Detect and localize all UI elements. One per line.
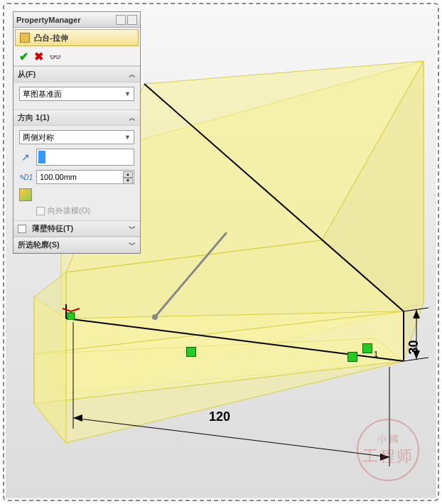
dropdown-arrow-icon: ▼	[124, 90, 131, 97]
thin-feature-checkbox[interactable]	[18, 225, 26, 233]
dimension-height[interactable]: 30	[406, 340, 421, 354]
chevron-down-icon: ︾	[129, 224, 136, 234]
svg-line-25	[63, 309, 71, 311]
section-contour: 所选轮廓(S) ︾	[14, 237, 140, 253]
section-from-header[interactable]: 从(F) ︽	[14, 67, 140, 82]
dropdown-arrow-icon: ▼	[124, 134, 131, 141]
end-condition-select[interactable]: 两侧对称 ▼	[19, 130, 134, 144]
preview-button[interactable]: 👓	[49, 51, 61, 63]
constraint-vertical-icon[interactable]	[362, 343, 372, 353]
depth-value: 100.00mm	[40, 173, 77, 181]
chevron-down-icon: ︾	[129, 240, 136, 250]
section-from-label: 从(F)	[18, 69, 36, 80]
tab-icon[interactable]	[127, 15, 137, 25]
section-from: 从(F) ︽ 草图基准面 ▼	[14, 66, 140, 109]
section-dir1-label: 方向 1(1)	[18, 112, 50, 123]
pm-titlebar: PropertyManager	[14, 12, 140, 28]
ok-button[interactable]: ✔	[19, 50, 28, 63]
spin-up-button[interactable]: ▲	[123, 171, 133, 178]
svg-point-23	[152, 314, 158, 320]
section-contour-header[interactable]: 所选轮廓(S) ︾	[14, 237, 140, 253]
feature-title-label: 凸台-拉伸	[34, 33, 68, 43]
draft-icon[interactable]	[19, 188, 32, 201]
chevron-up-icon: ︽	[129, 113, 136, 123]
dimension-width[interactable]: 120	[209, 409, 230, 424]
chevron-up-icon: ︽	[129, 70, 136, 80]
constraint-horizontal-icon[interactable]	[347, 352, 357, 362]
draft-outward-checkbox[interactable]	[36, 207, 45, 215]
constraint-horizontal-icon[interactable]	[186, 347, 196, 357]
origin-marker	[61, 303, 81, 320]
pm-title: PropertyManager	[16, 16, 116, 24]
direction-listbox[interactable]	[36, 149, 134, 166]
section-contour-label: 所选轮廓(S)	[18, 240, 60, 250]
draft-outward-label: 向外拔模(O)	[48, 205, 90, 216]
cancel-button[interactable]: ✖	[34, 50, 43, 63]
depth-d1-icon: ✎D1	[19, 171, 32, 183]
depth-input[interactable]: 100.00mm ▲ ▼	[36, 170, 134, 184]
spin-down-button[interactable]: ▼	[123, 178, 133, 184]
constraint-subscript: 1	[374, 350, 378, 358]
pm-confirm-row: ✔ ✖ 👓	[14, 48, 140, 66]
extrude-icon	[20, 33, 30, 43]
section-thin-label: 薄壁特征(T)	[32, 223, 73, 234]
section-thin: 薄壁特征(T) ︾	[14, 220, 140, 237]
from-select[interactable]: 草图基准面 ▼	[19, 87, 134, 101]
svg-rect-27	[68, 313, 75, 320]
pm-pin-icons	[116, 15, 137, 25]
direction-arrow-icon[interactable]: ↗	[19, 151, 32, 163]
property-manager-panel: PropertyManager 凸台-拉伸 ✔ ✖ 👓 从(F) ︽ 草图基准面…	[13, 11, 141, 254]
section-thin-header[interactable]: 薄壁特征(T) ︾	[14, 221, 140, 237]
section-dir1: 方向 1(1) ︽ 两侧对称 ▼ ↗ ✎D1 100.00mm	[14, 109, 140, 220]
section-dir1-header[interactable]: 方向 1(1) ︽	[14, 110, 140, 126]
watermark-big: 工程师	[362, 446, 414, 467]
svg-line-14	[73, 418, 389, 457]
watermark-stamp: 小 國 工程师	[357, 419, 419, 481]
svg-marker-7	[34, 272, 66, 443]
pin-icon[interactable]	[116, 15, 126, 25]
watermark-small: 小 國	[377, 433, 399, 446]
pm-feature-title-row: 凸台-拉伸	[15, 29, 139, 46]
from-select-value: 草图基准面	[23, 89, 62, 100]
end-condition-value: 两侧对称	[23, 132, 54, 143]
svg-line-24	[71, 309, 80, 311]
